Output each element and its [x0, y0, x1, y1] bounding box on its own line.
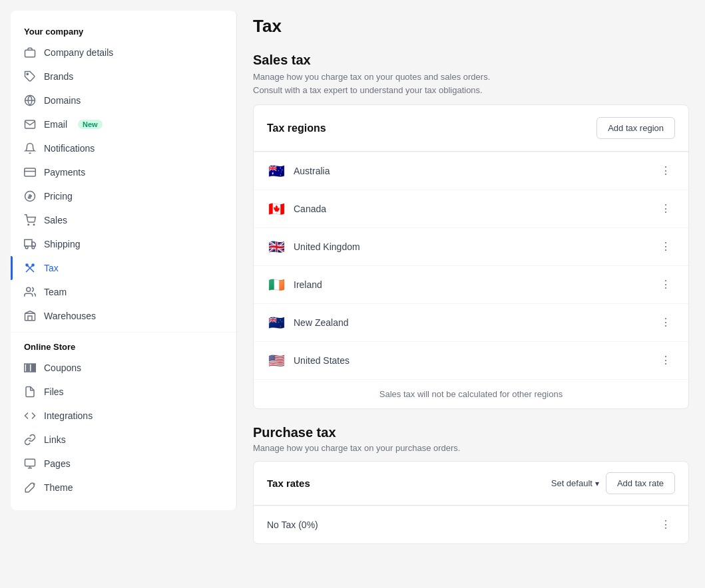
sidebar-item-pages[interactable]: Pages [11, 452, 236, 476]
sidebar-item-theme[interactable]: Theme [11, 476, 236, 500]
svg-rect-10 [25, 239, 32, 246]
purchase-tax-title: Purchase tax [253, 425, 689, 440]
flag-canada: 🇨🇦 [267, 202, 286, 216]
sidebar-label-pricing: Pricing [44, 191, 73, 202]
purchase-tax-description: Manage how you charge tax on your purcha… [253, 443, 689, 453]
svg-point-8 [28, 224, 29, 225]
chevron-down-icon: ▾ [595, 479, 599, 488]
purchase-tax-card: Tax rates Set default ▾ Add tax rate No … [253, 461, 689, 544]
sidebar-item-brands[interactable]: Brands [11, 65, 236, 88]
cart-icon [24, 214, 36, 226]
svg-rect-24 [35, 364, 36, 372]
sidebar-label-team: Team [44, 287, 67, 297]
sales-tax-card-header: Tax regions Add tax region [254, 105, 688, 152]
sidebar-item-company-details[interactable]: Company details [11, 41, 236, 65]
tax-region-row-canada: 🇨🇦 Canada ⋮ [254, 190, 688, 227]
tax-region-row-australia: 🇦🇺 Australia ⋮ [254, 152, 688, 190]
add-tax-rate-button[interactable]: Add tax rate [606, 472, 675, 494]
region-name-canada: Canada [294, 204, 326, 214]
set-default-button[interactable]: Set default ▾ [551, 478, 599, 488]
svg-rect-23 [33, 364, 34, 372]
region-name-ireland: Ireland [294, 279, 322, 290]
barcode-icon [24, 362, 36, 374]
more-options-australia[interactable]: ⋮ [656, 163, 675, 179]
sidebar-label-links: Links [44, 434, 66, 445]
more-options-canada[interactable]: ⋮ [656, 201, 675, 217]
warehouse-icon [24, 310, 36, 322]
tag-icon [24, 71, 36, 82]
code-icon [24, 410, 36, 422]
sidebar-section-your-company: Your company [11, 21, 236, 41]
sales-tax-footer-note: Sales tax will not be calculated for oth… [254, 379, 688, 408]
flag-us: 🇺🇸 [267, 354, 286, 367]
sidebar-item-pricing[interactable]: Pricing [11, 184, 236, 208]
link-icon [24, 434, 36, 446]
flag-australia: 🇦🇺 [267, 164, 286, 178]
svg-rect-19 [25, 313, 35, 321]
sidebar-item-coupons[interactable]: Coupons [11, 356, 236, 380]
sales-tax-card: Tax regions Add tax region 🇦🇺 Australia … [253, 104, 689, 409]
region-name-australia: Australia [294, 166, 330, 176]
add-tax-region-button[interactable]: Add tax region [596, 117, 675, 139]
scissors-icon [24, 262, 36, 274]
sidebar-item-links[interactable]: Links [11, 428, 236, 452]
more-options-us[interactable]: ⋮ [656, 353, 675, 368]
svg-rect-21 [27, 364, 29, 372]
sidebar-label-company-details: Company details [44, 47, 113, 58]
svg-point-1 [27, 73, 28, 74]
sidebar: Your company Company details Brands Doma… [11, 11, 237, 510]
sidebar-item-shipping[interactable]: Shipping [11, 232, 236, 256]
briefcase-icon [24, 47, 36, 59]
sidebar-label-tax: Tax [44, 263, 59, 273]
sidebar-item-domains[interactable]: Domains [11, 88, 236, 112]
purchase-tax-card-header: Tax rates Set default ▾ Add tax rate [254, 462, 688, 506]
sidebar-label-files: Files [44, 386, 64, 397]
more-options-nz[interactable]: ⋮ [656, 315, 675, 331]
svg-point-13 [32, 246, 35, 249]
sidebar-label-brands: Brands [44, 71, 73, 82]
tax-rates-label: Tax rates [267, 478, 310, 489]
sidebar-item-payments[interactable]: Payments [11, 160, 236, 184]
sidebar-item-team[interactable]: Team [11, 280, 236, 304]
region-name-nz: New Zealand [294, 317, 349, 328]
sidebar-label-notifications: Notifications [44, 143, 95, 154]
sidebar-label-sales: Sales [44, 215, 67, 225]
flag-uk: 🇬🇧 [267, 240, 286, 253]
more-options-uk[interactable]: ⋮ [656, 239, 675, 255]
main-content: Tax Sales tax Manage how you charge tax … [248, 0, 705, 588]
tax-region-row-nz: 🇳🇿 New Zealand ⋮ [254, 303, 688, 341]
mail-icon [24, 118, 36, 130]
svg-rect-20 [25, 364, 27, 372]
sidebar-item-integrations[interactable]: Integrations [11, 404, 236, 428]
flag-ireland: 🇮🇪 [267, 278, 286, 291]
tax-regions-label: Tax regions [267, 122, 326, 134]
email-new-badge: New [78, 120, 103, 129]
sidebar-item-email[interactable]: Email New [11, 112, 236, 136]
file-icon [24, 386, 36, 398]
credit-card-icon [24, 166, 36, 178]
sidebar-item-notifications[interactable]: Notifications [11, 136, 236, 160]
region-name-uk: United Kingdom [294, 241, 360, 252]
sidebar-label-theme: Theme [44, 482, 73, 493]
dollar-circle-icon [24, 190, 36, 202]
sidebar-item-warehouses[interactable]: Warehouses [11, 304, 236, 328]
svg-point-9 [33, 224, 35, 225]
sidebar-item-files[interactable]: Files [11, 380, 236, 404]
tax-region-row-uk: 🇬🇧 United Kingdom ⋮ [254, 227, 688, 265]
sidebar-label-integrations: Integrations [44, 410, 93, 421]
svg-rect-22 [29, 364, 31, 372]
sidebar-label-pages: Pages [44, 458, 71, 469]
globe-icon [24, 94, 36, 106]
sales-tax-description: Manage how you charge tax on your quotes… [253, 71, 689, 96]
more-options-no-tax[interactable]: ⋮ [656, 517, 675, 533]
sidebar-item-sales[interactable]: Sales [11, 208, 236, 232]
sidebar-item-tax[interactable]: Tax [11, 256, 236, 280]
tax-region-row-ireland: 🇮🇪 Ireland ⋮ [254, 265, 688, 303]
sidebar-label-warehouses: Warehouses [44, 311, 96, 321]
region-name-us: United States [294, 355, 350, 366]
sales-tax-title: Sales tax [253, 53, 689, 68]
flag-nz: 🇳🇿 [267, 316, 286, 329]
svg-rect-4 [25, 168, 36, 176]
sidebar-section-online-store: Online Store [11, 337, 236, 356]
more-options-ireland[interactable]: ⋮ [656, 277, 675, 293]
